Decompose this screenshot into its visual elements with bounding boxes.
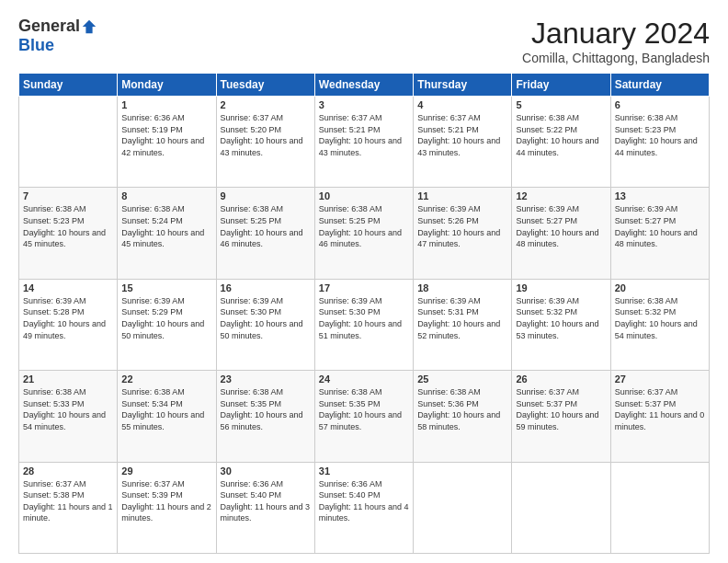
calendar-cell: 26Sunrise: 6:37 AMSunset: 5:37 PMDayligh… bbox=[512, 371, 610, 462]
day-info: Sunrise: 6:38 AMSunset: 5:25 PMDaylight:… bbox=[319, 203, 409, 249]
calendar-cell: 14Sunrise: 6:39 AMSunset: 5:28 PMDayligh… bbox=[19, 279, 118, 370]
day-number: 6 bbox=[615, 99, 705, 110]
calendar-cell: 3Sunrise: 6:37 AMSunset: 5:21 PMDaylight… bbox=[314, 97, 413, 188]
calendar-cell: 30Sunrise: 6:36 AMSunset: 5:40 PMDayligh… bbox=[216, 462, 314, 553]
calendar-cell: 11Sunrise: 6:39 AMSunset: 5:26 PMDayligh… bbox=[414, 188, 512, 279]
day-info: Sunrise: 6:37 AMSunset: 5:37 PMDaylight:… bbox=[615, 386, 705, 432]
calendar-cell: 27Sunrise: 6:37 AMSunset: 5:37 PMDayligh… bbox=[610, 371, 709, 462]
day-number: 11 bbox=[417, 190, 507, 201]
day-number: 1 bbox=[121, 99, 211, 110]
day-number: 3 bbox=[319, 99, 409, 110]
day-info: Sunrise: 6:37 AMSunset: 5:39 PMDaylight:… bbox=[121, 478, 211, 524]
logo-general-text: General bbox=[18, 17, 80, 36]
calendar-cell bbox=[512, 462, 610, 553]
day-number: 15 bbox=[121, 282, 211, 293]
month-title: January 2024 bbox=[522, 17, 710, 51]
day-number: 2 bbox=[221, 99, 311, 110]
day-info: Sunrise: 6:38 AMSunset: 5:23 PMDaylight:… bbox=[23, 203, 113, 249]
day-info: Sunrise: 6:38 AMSunset: 5:24 PMDaylight:… bbox=[121, 203, 211, 249]
day-number: 12 bbox=[516, 190, 606, 201]
calendar-table: SundayMondayTuesdayWednesdayThursdayFrid… bbox=[18, 73, 710, 554]
calendar-cell bbox=[414, 462, 512, 553]
day-info: Sunrise: 6:37 AMSunset: 5:21 PMDaylight:… bbox=[417, 112, 507, 158]
day-number: 21 bbox=[23, 373, 113, 385]
day-number: 27 bbox=[615, 373, 705, 385]
logo-icon bbox=[81, 18, 97, 35]
weekday-header-wednesday: Wednesday bbox=[314, 74, 413, 97]
day-number: 4 bbox=[417, 99, 507, 110]
day-info: Sunrise: 6:38 AMSunset: 5:34 PMDaylight:… bbox=[121, 386, 211, 432]
day-info: Sunrise: 6:36 AMSunset: 5:40 PMDaylight:… bbox=[319, 478, 409, 524]
day-number: 5 bbox=[516, 99, 606, 110]
weekday-header-friday: Friday bbox=[512, 74, 610, 97]
day-number: 8 bbox=[121, 190, 211, 201]
calendar-cell: 2Sunrise: 6:37 AMSunset: 5:20 PMDaylight… bbox=[216, 97, 314, 188]
calendar-cell: 25Sunrise: 6:38 AMSunset: 5:36 PMDayligh… bbox=[414, 371, 512, 462]
calendar-cell: 21Sunrise: 6:38 AMSunset: 5:33 PMDayligh… bbox=[19, 371, 118, 462]
day-info: Sunrise: 6:37 AMSunset: 5:20 PMDaylight:… bbox=[221, 112, 311, 158]
day-info: Sunrise: 6:37 AMSunset: 5:38 PMDaylight:… bbox=[23, 478, 113, 524]
calendar-cell: 17Sunrise: 6:39 AMSunset: 5:30 PMDayligh… bbox=[314, 279, 413, 370]
calendar-week-row: 1Sunrise: 6:36 AMSunset: 5:19 PMDaylight… bbox=[19, 97, 710, 188]
day-number: 14 bbox=[23, 282, 113, 293]
day-info: Sunrise: 6:39 AMSunset: 5:26 PMDaylight:… bbox=[417, 203, 507, 249]
calendar-cell: 20Sunrise: 6:38 AMSunset: 5:32 PMDayligh… bbox=[610, 279, 709, 370]
calendar-cell: 6Sunrise: 6:38 AMSunset: 5:23 PMDaylight… bbox=[610, 97, 709, 188]
weekday-header-monday: Monday bbox=[118, 74, 216, 97]
day-info: Sunrise: 6:38 AMSunset: 5:25 PMDaylight:… bbox=[221, 203, 311, 249]
day-number: 25 bbox=[417, 373, 507, 385]
calendar-cell: 5Sunrise: 6:38 AMSunset: 5:22 PMDaylight… bbox=[512, 97, 610, 188]
day-info: Sunrise: 6:38 AMSunset: 5:36 PMDaylight:… bbox=[417, 386, 507, 432]
day-number: 16 bbox=[221, 282, 311, 293]
day-number: 10 bbox=[319, 190, 409, 201]
weekday-header-row: SundayMondayTuesdayWednesdayThursdayFrid… bbox=[19, 74, 710, 97]
calendar-cell: 1Sunrise: 6:36 AMSunset: 5:19 PMDaylight… bbox=[118, 97, 216, 188]
day-info: Sunrise: 6:39 AMSunset: 5:32 PMDaylight:… bbox=[516, 295, 606, 341]
day-info: Sunrise: 6:38 AMSunset: 5:35 PMDaylight:… bbox=[221, 386, 311, 432]
day-info: Sunrise: 6:38 AMSunset: 5:33 PMDaylight:… bbox=[23, 386, 113, 432]
logo-blue-text: Blue bbox=[18, 36, 54, 54]
calendar-cell: 8Sunrise: 6:38 AMSunset: 5:24 PMDaylight… bbox=[118, 188, 216, 279]
day-number: 9 bbox=[221, 190, 311, 201]
day-number: 19 bbox=[516, 282, 606, 293]
day-info: Sunrise: 6:36 AMSunset: 5:40 PMDaylight:… bbox=[221, 478, 311, 524]
day-info: Sunrise: 6:36 AMSunset: 5:19 PMDaylight:… bbox=[121, 112, 211, 158]
day-info: Sunrise: 6:39 AMSunset: 5:31 PMDaylight:… bbox=[417, 295, 507, 341]
day-number: 18 bbox=[417, 282, 507, 293]
day-number: 13 bbox=[615, 190, 705, 201]
day-info: Sunrise: 6:37 AMSunset: 5:37 PMDaylight:… bbox=[516, 386, 606, 432]
calendar-cell: 13Sunrise: 6:39 AMSunset: 5:27 PMDayligh… bbox=[610, 188, 709, 279]
day-info: Sunrise: 6:39 AMSunset: 5:28 PMDaylight:… bbox=[23, 295, 113, 341]
calendar-cell: 16Sunrise: 6:39 AMSunset: 5:30 PMDayligh… bbox=[216, 279, 314, 370]
logo: General Blue bbox=[18, 17, 97, 55]
day-number: 20 bbox=[615, 282, 705, 293]
svg-marker-0 bbox=[83, 19, 96, 32]
calendar-cell: 12Sunrise: 6:39 AMSunset: 5:27 PMDayligh… bbox=[512, 188, 610, 279]
day-number: 24 bbox=[319, 373, 409, 385]
day-info: Sunrise: 6:38 AMSunset: 5:35 PMDaylight:… bbox=[319, 386, 409, 432]
weekday-header-tuesday: Tuesday bbox=[216, 74, 314, 97]
day-number: 29 bbox=[121, 465, 211, 477]
calendar-cell bbox=[610, 462, 709, 553]
day-number: 31 bbox=[319, 465, 409, 477]
day-number: 23 bbox=[221, 373, 311, 385]
day-info: Sunrise: 6:38 AMSunset: 5:32 PMDaylight:… bbox=[615, 295, 705, 341]
calendar-cell bbox=[19, 97, 118, 188]
day-number: 7 bbox=[23, 190, 113, 201]
calendar-cell: 10Sunrise: 6:38 AMSunset: 5:25 PMDayligh… bbox=[314, 188, 413, 279]
day-info: Sunrise: 6:39 AMSunset: 5:27 PMDaylight:… bbox=[615, 203, 705, 249]
day-info: Sunrise: 6:39 AMSunset: 5:30 PMDaylight:… bbox=[319, 295, 409, 341]
calendar-cell: 29Sunrise: 6:37 AMSunset: 5:39 PMDayligh… bbox=[118, 462, 216, 553]
weekday-header-thursday: Thursday bbox=[414, 74, 512, 97]
day-number: 17 bbox=[319, 282, 409, 293]
location: Comilla, Chittagong, Bangladesh bbox=[522, 51, 710, 65]
day-info: Sunrise: 6:38 AMSunset: 5:23 PMDaylight:… bbox=[615, 112, 705, 158]
calendar-cell: 31Sunrise: 6:36 AMSunset: 5:40 PMDayligh… bbox=[314, 462, 413, 553]
day-info: Sunrise: 6:39 AMSunset: 5:30 PMDaylight:… bbox=[221, 295, 311, 341]
header: General Blue January 2024 Comilla, Chitt… bbox=[18, 17, 710, 65]
day-number: 28 bbox=[23, 465, 113, 477]
day-number: 30 bbox=[221, 465, 311, 477]
calendar-cell: 22Sunrise: 6:38 AMSunset: 5:34 PMDayligh… bbox=[118, 371, 216, 462]
calendar-cell: 18Sunrise: 6:39 AMSunset: 5:31 PMDayligh… bbox=[414, 279, 512, 370]
calendar-cell: 23Sunrise: 6:38 AMSunset: 5:35 PMDayligh… bbox=[216, 371, 314, 462]
